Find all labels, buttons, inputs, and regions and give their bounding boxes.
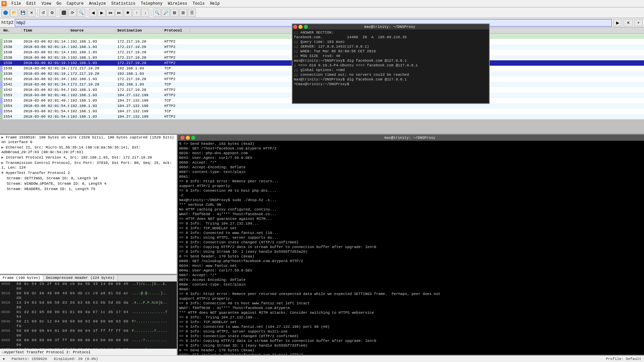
col-no[interactable]: No. xyxy=(2,28,22,33)
hex-ascii: .....?.......... xyxy=(132,338,175,347)
terminal2-content[interactable]: ;; ANSWER SECTION:facebook.com. 14400 IN… xyxy=(292,29,489,101)
terminal-line: support HTTP/2 properly. xyxy=(179,184,643,188)
sec-terminal-close-btn[interactable] xyxy=(293,25,297,29)
zoom-reset-btn[interactable]: ⊠ xyxy=(170,9,178,17)
hex-ascii: ...............T xyxy=(132,310,175,319)
row-time: 2018-03-06 02:01:54.066988818 xyxy=(22,109,69,113)
detail-row[interactable]: Stream: WINDOW_UPDATE, Stream ID: 0, Len… xyxy=(0,181,177,186)
col-source[interactable]: Source xyxy=(69,28,116,33)
menu-capture[interactable]: Capture xyxy=(64,1,86,7)
detail-row[interactable]: Internet Protocol Version 4, Src: 192.16… xyxy=(0,155,177,160)
menu-view[interactable]: View xyxy=(39,1,54,7)
hex-bytes: 00 8c 54 29 2f 63 d8 cb 8a 5b 35 14 08 0… xyxy=(16,282,132,291)
menu-statistics[interactable]: Statistics xyxy=(109,1,138,7)
terminal-area: max@trinity: ~/DNSProxy 0 => Send header… xyxy=(178,135,644,355)
capture-filters-btn[interactable]: 🔍 xyxy=(77,9,85,17)
hex-ascii: ....@.@......].. xyxy=(132,291,175,300)
sec-terminal-min-btn[interactable] xyxy=(299,25,303,29)
filter-clear-btn[interactable]: ✕ xyxy=(624,19,633,26)
hex-dump: 000000 8c 54 29 2f 63 d8 cb 8a 5b 35 14 … xyxy=(0,282,177,349)
fwd-btn[interactable]: ▶ xyxy=(98,9,106,17)
col-prefs-btn[interactable]: ☰ xyxy=(188,9,196,17)
row-source: 192.168.1.93 xyxy=(69,77,116,81)
menu-file[interactable]: File xyxy=(9,1,24,7)
menu-go[interactable]: Go xyxy=(54,1,64,7)
detail-row[interactable]: Transmission Control Protocol, Src Port:… xyxy=(0,160,177,170)
terminal-close-btn[interactable] xyxy=(180,136,184,140)
terminal-max-btn[interactable] xyxy=(191,136,195,140)
filter-save-btn[interactable]: + xyxy=(634,19,643,26)
zoom-fit-btn[interactable]: ⊞ xyxy=(179,9,187,17)
sec-terminal-max-btn[interactable] xyxy=(304,25,308,29)
menu-wireless[interactable]: Wireless xyxy=(165,1,190,7)
tab-decompressed[interactable]: Decompressed Header (224 bytes) xyxy=(43,275,118,281)
filter-label: http2 xyxy=(1,20,13,25)
row-no: 1553 xyxy=(2,99,22,103)
close-btn[interactable]: ✕ xyxy=(28,9,36,17)
first-btn[interactable]: ⏮ xyxy=(106,9,114,17)
stop-btn[interactable]: ⬛ xyxy=(60,9,68,17)
next-mark-btn[interactable]: ↓ xyxy=(141,9,149,17)
row-time: 2018-03-06 02:01:34.362977089 xyxy=(22,77,69,81)
menu-help[interactable]: Help xyxy=(207,1,222,7)
packet-details: Frame 1539518: 190 bytes on wire (1520 b… xyxy=(0,135,177,275)
back-btn[interactable]: ◀ xyxy=(89,9,97,17)
terminal2-line: ;; global options: +cmd xyxy=(294,68,488,72)
new-capture-btn[interactable]: 🔵 xyxy=(1,9,9,17)
terminal2-line: max@trinity:~/DNSProxy$ dig facebook.com… xyxy=(294,77,488,82)
open-btn[interactable]: 📂 xyxy=(10,9,18,17)
filter-apply-btn[interactable]: ▶ xyxy=(613,19,622,26)
menu-analyze[interactable]: Analyze xyxy=(86,1,108,7)
zoom-out-btn[interactable]: 🔎 xyxy=(162,9,170,17)
detail-row[interactable]: HyperText Transfer Protocol 2 xyxy=(0,170,177,176)
sep2 xyxy=(58,9,58,16)
menu-edit[interactable]: Edit xyxy=(24,1,39,7)
row-no: 1554 xyxy=(2,115,22,119)
hex-row: 006008 08 00 00 00 3f ff 00 00 00 04 b0 … xyxy=(0,338,177,347)
row-proto: HTTP2 xyxy=(163,45,190,49)
detail-row[interactable]: Frame 1539518: 190 bytes on wire (1520 b… xyxy=(0,135,177,145)
col-dest[interactable]: Destination xyxy=(116,28,163,33)
reload-btn[interactable]: ↺ xyxy=(39,9,47,17)
detail-row[interactable]: Ethernet II, Src: Micro-St_5b:35:14 (08:… xyxy=(0,145,177,155)
statusbar: ● Packets: 1559926 Displayed: 20 (0.0%) … xyxy=(0,355,644,362)
terminal-line: 0000: GET /nslookup.php?host=facebook.co… xyxy=(179,353,643,355)
row-source: 192.168.1.93 xyxy=(69,93,116,97)
save-btn[interactable]: 💾 xyxy=(19,9,27,17)
row-source: 192.168.1.93 xyxy=(69,104,116,108)
table-row[interactable]: 1554 2018-03-06 02:01:54.098940055 192.1… xyxy=(0,114,644,119)
row-source: 192.168.1.93 xyxy=(69,45,116,49)
row-source: 192.168.1.93 xyxy=(69,99,116,103)
row-time: 2018-03-06 02:01:19.203034330 xyxy=(22,66,69,70)
last-btn[interactable]: ⏭ xyxy=(115,9,123,17)
mark-btn[interactable]: ✱ xyxy=(124,9,132,17)
row-proto: TCP xyxy=(163,66,190,70)
zoom-in-btn[interactable]: 🔍 xyxy=(153,9,161,17)
row-no: 1554 xyxy=(2,109,22,113)
terminal-line: 008e: content-type: text/plain xyxy=(179,282,643,287)
row-proto: HTTP2 xyxy=(163,72,190,76)
detail-row[interactable]: Stream: HEADERS, Stream ID: 1, Length 75 xyxy=(0,186,177,192)
row-no: 1553 xyxy=(2,93,22,97)
table-row[interactable]: 1554 2018-03-06 02:01:54.066890706 192.1… xyxy=(0,103,644,109)
col-time[interactable]: Time xyxy=(22,28,69,33)
row-no: 1554 xyxy=(2,104,22,108)
wireshark-output[interactable]: 0 => Send header, 163 bytes (0xa3)0000: … xyxy=(178,141,644,355)
restart-btn[interactable]: ⟳ xyxy=(68,9,76,17)
menu-telephony[interactable]: Telephony xyxy=(138,1,165,7)
terminal-line: 0 => Send header, 170 bytes (0xaa) xyxy=(179,348,643,353)
table-row[interactable]: 1554 2018-03-06 02:01:54.066988818 192.1… xyxy=(0,109,644,114)
menu-tools[interactable]: Tools xyxy=(190,1,207,7)
sep4 xyxy=(151,9,151,16)
capture-opts-btn[interactable]: ⚙ xyxy=(48,9,56,17)
row-dest: 104.27.132.199 xyxy=(116,93,163,97)
detail-row[interactable]: Stream: SETTINGS, Stream ID: 0, Length 1… xyxy=(0,176,177,181)
protocol-status-icon: ⚠ xyxy=(2,350,4,354)
terminal-line: == 0 Info: Trying 104.27.132.199... xyxy=(179,315,643,320)
terminal-line: == 0 Info: Connected to www.fantuz.net (… xyxy=(179,324,643,329)
col-proto[interactable]: Protocol xyxy=(163,28,190,33)
tab-frame[interactable]: Frame (190 bytes) xyxy=(0,275,43,281)
terminal-min-btn[interactable] xyxy=(186,136,190,140)
unmark-btn[interactable]: ↑ xyxy=(132,9,141,17)
terminal-line: No HTTP caching proxy configured, contin… xyxy=(179,207,643,212)
